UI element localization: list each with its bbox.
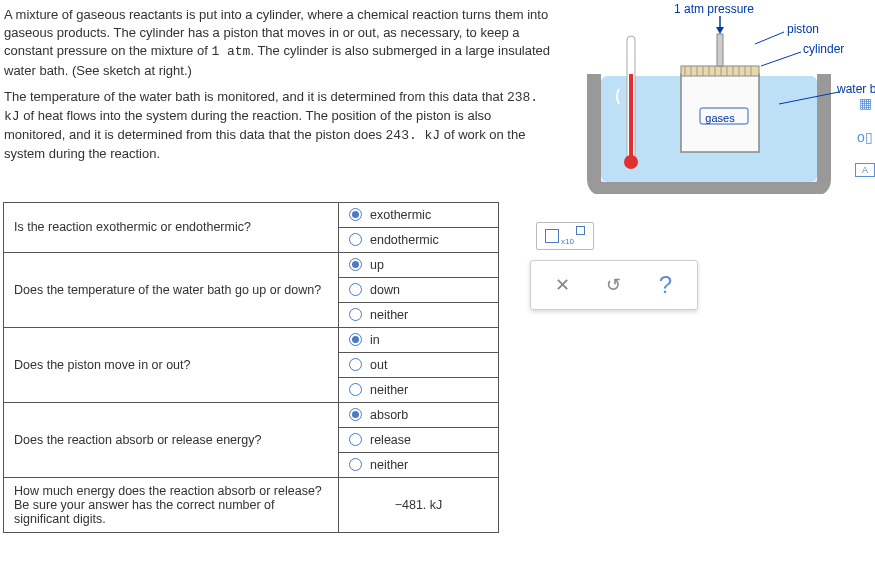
question-5: How much energy does the reaction absorb… — [4, 477, 339, 532]
waterbath-label: water bath — [837, 82, 875, 96]
radio-icon — [349, 408, 362, 421]
x-icon: ✕ — [555, 274, 570, 296]
question-4: Does the reaction absorb or release ener… — [4, 402, 339, 477]
radio-icon — [349, 433, 362, 446]
option-down[interactable]: down — [339, 278, 498, 303]
option-label: exothermic — [370, 208, 431, 222]
answer-table: Is the reaction exothermic or endothermi… — [3, 202, 499, 533]
option-label: down — [370, 283, 400, 297]
option-label: up — [370, 258, 384, 272]
energy-answer-value[interactable]: −481. kJ — [395, 498, 443, 512]
gases-label-svg: gases — [705, 112, 735, 124]
radio-icon — [349, 283, 362, 296]
option-absorb[interactable]: absorb — [339, 403, 498, 428]
option-label: release — [370, 433, 411, 447]
question-3: Does the piston move in or out? — [4, 327, 339, 402]
radio-icon — [349, 308, 362, 321]
option-label: endothermic — [370, 233, 439, 247]
piston-label: piston — [787, 22, 819, 36]
question-2: Does the temperature of the water bath g… — [4, 252, 339, 327]
option-neither-4[interactable]: neither — [339, 453, 498, 477]
radio-icon — [349, 458, 362, 471]
side-icon-2[interactable]: o▯ — [855, 129, 875, 145]
option-label: absorb — [370, 408, 408, 422]
radio-icon — [349, 258, 362, 271]
option-endothermic[interactable]: endothermic — [339, 228, 498, 252]
svg-line-23 — [761, 52, 801, 66]
option-label: neither — [370, 383, 408, 397]
svg-marker-21 — [716, 27, 724, 34]
value-pressure: 1 atm — [211, 44, 250, 59]
radio-icon — [349, 383, 362, 396]
svg-point-19 — [624, 155, 638, 169]
side-icon-1[interactable]: ▦ — [855, 95, 875, 111]
value-work: 243. kJ — [386, 128, 441, 143]
reset-button[interactable]: ↺ — [594, 271, 634, 299]
cylinder-label: cylinder — [803, 42, 844, 56]
problem-para2-a: The temperature of the water bath is mon… — [4, 89, 507, 104]
apparatus-diagram: gases 1 atm pressure piston cylinder wat… — [569, 4, 869, 194]
radio-icon — [349, 333, 362, 346]
side-tool-icons: ▦ o▯ A — [855, 95, 875, 195]
option-neither-3[interactable]: neither — [339, 378, 498, 402]
clear-button[interactable]: ✕ — [543, 271, 583, 299]
option-exothermic[interactable]: exothermic — [339, 203, 498, 228]
question-1: Is the reaction exothermic or endothermi… — [4, 202, 339, 252]
sci-notation-button[interactable]: x10 — [536, 222, 594, 250]
option-in[interactable]: in — [339, 328, 498, 353]
diagram-svg: gases — [569, 4, 869, 194]
side-icon-3[interactable]: A — [855, 163, 875, 177]
help-icon: ? — [659, 271, 672, 299]
x10-label: x10 — [561, 237, 574, 246]
option-label: out — [370, 358, 387, 372]
option-out[interactable]: out — [339, 353, 498, 378]
option-label: in — [370, 333, 380, 347]
option-label: neither — [370, 308, 408, 322]
option-label: neither — [370, 458, 408, 472]
svg-rect-18 — [629, 74, 633, 159]
exp-box-icon — [576, 226, 585, 235]
option-neither-2[interactable]: neither — [339, 303, 498, 327]
answer-toolbox: x10 ✕ ↺ ? — [530, 222, 700, 310]
pressure-label: 1 atm pressure — [674, 2, 754, 16]
option-up[interactable]: up — [339, 253, 498, 278]
box-icon — [545, 229, 559, 243]
help-button[interactable]: ? — [645, 271, 685, 299]
radio-icon — [349, 208, 362, 221]
svg-rect-3 — [681, 66, 759, 76]
toolbox-buttons: ✕ ↺ ? — [530, 260, 698, 310]
radio-icon — [349, 358, 362, 371]
svg-line-22 — [755, 32, 784, 44]
problem-statement: A mixture of gaseous reactants is put in… — [0, 0, 560, 178]
radio-icon — [349, 233, 362, 246]
reset-icon: ↺ — [606, 274, 621, 296]
option-release[interactable]: release — [339, 428, 498, 453]
svg-rect-16 — [717, 34, 723, 66]
